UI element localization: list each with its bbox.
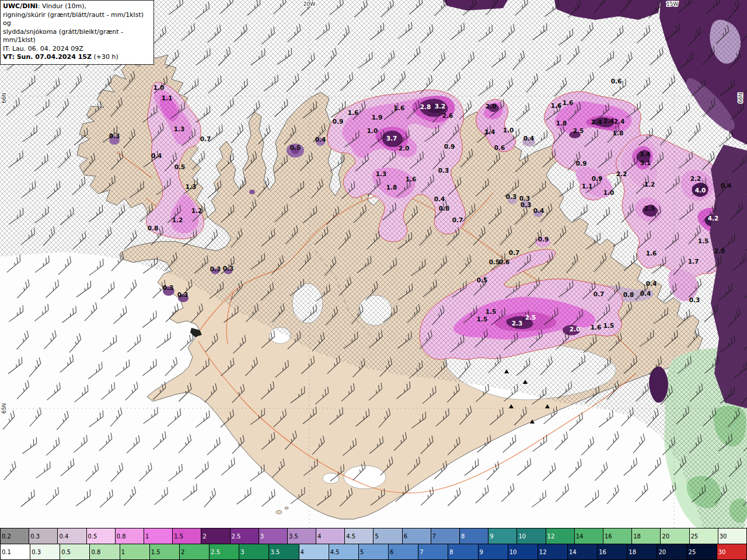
legend-cell-rain-scale-2: 2 bbox=[180, 544, 210, 560]
legend-cell-sleet-snow-scale-30: 30 bbox=[718, 528, 747, 544]
precip-value-label: 0.4 bbox=[533, 207, 544, 214]
precip-value-label: 1.5 bbox=[603, 322, 615, 329]
grid-label: 65N bbox=[1, 403, 7, 414]
precip-value-label: 0.3 bbox=[163, 284, 174, 291]
precip-value-label: 0.3 bbox=[438, 167, 449, 174]
legend-cell-rain-scale-8: 8 bbox=[448, 544, 478, 560]
precip-value-label: 4.2 bbox=[708, 215, 719, 222]
precip-value-label: 0.6 bbox=[494, 144, 505, 151]
precip-value-label: 2.3 bbox=[512, 320, 523, 327]
precip-value-label: 0.5 bbox=[174, 163, 186, 170]
precip-value-label: 0.3 bbox=[521, 201, 532, 208]
precip-value-label: 1.2 bbox=[172, 216, 183, 223]
legend-cell-rain-scale-4: 4 bbox=[299, 544, 329, 560]
precip-value-label: 3.4 bbox=[640, 150, 651, 158]
precip-value-label: 1.3 bbox=[186, 183, 197, 190]
legend-cell-rain-scale-0.3: 0.3 bbox=[30, 544, 60, 560]
precip-value-label: 1.9 bbox=[372, 114, 383, 121]
legend-cell-rain-scale-16: 16 bbox=[598, 544, 627, 560]
precip-value-label: 2.5 bbox=[644, 205, 655, 212]
precip-value-label: 0.4 bbox=[646, 280, 657, 287]
precip-value-label: 2.0 bbox=[399, 145, 410, 152]
precip-value-label: 0.6 bbox=[611, 78, 622, 85]
precip-value-label: 1.8 bbox=[556, 120, 567, 127]
precip-value-label: 0.3 bbox=[109, 132, 120, 139]
precip-value-label: 0.8 bbox=[148, 225, 159, 232]
precip-value-label: 0.7 bbox=[594, 290, 605, 298]
precip-value-label: 0.3 bbox=[177, 291, 189, 298]
precip-value-label: 0.7 bbox=[509, 249, 520, 256]
precip-value-label: 1.2 bbox=[644, 181, 655, 188]
legend-cell-rain-scale-12: 12 bbox=[538, 544, 568, 560]
grid-label: 20W bbox=[303, 1, 315, 7]
info-line-rain: rigning/skúrir (grænt/blátt/rautt - mm/1… bbox=[3, 11, 150, 28]
precip-value-label: 1.0 bbox=[603, 189, 615, 196]
precip-value-label: 0.9 bbox=[576, 160, 587, 167]
precip-value-label: 2.0 bbox=[570, 326, 581, 332]
legend-cell-sleet-snow-scale-0.2: 0.2 bbox=[0, 528, 29, 544]
precip-value-label: 4.0 bbox=[695, 187, 706, 194]
precip-value-label: 0.8 bbox=[623, 291, 634, 298]
precip-value-label: 2.4 bbox=[591, 118, 602, 125]
legend-cell-rain-scale-0.8: 0.8 bbox=[90, 544, 120, 560]
precip-value-label: 0.7 bbox=[452, 216, 463, 223]
precip-value-label: 0.5 bbox=[477, 276, 488, 284]
precip-value-label: 1.6 bbox=[563, 99, 574, 106]
precip-value-label: 0.4 bbox=[151, 152, 162, 159]
precip-value-label: 1.6 bbox=[646, 250, 657, 257]
legend-cell-rain-scale-1: 1 bbox=[120, 544, 150, 560]
legend-cell-sleet-snow-scale-4.5: 4.5 bbox=[345, 528, 374, 544]
grid-label: 15W bbox=[666, 1, 678, 7]
legend-cell-rain-scale-9: 9 bbox=[479, 544, 508, 560]
precip-value-label: 0.4 bbox=[523, 135, 535, 142]
precip-value-label: 0.9 bbox=[538, 236, 549, 243]
precip-value-label: 0.4 bbox=[721, 182, 732, 189]
precip-value-label: 0.3 bbox=[506, 193, 517, 200]
precip-value-label: 0.9 bbox=[592, 175, 603, 182]
legend-cell-rain-scale-4.5: 4.5 bbox=[329, 544, 359, 560]
precip-value-label: 0.9 bbox=[444, 143, 455, 150]
precip-value-label: 3.1 bbox=[640, 159, 651, 166]
precip-value-label: 0.3 bbox=[223, 265, 234, 272]
legend-cell-sleet-snow-scale-1: 1 bbox=[144, 528, 173, 544]
precip-value-label: 0.4 bbox=[315, 136, 326, 143]
info-line-snow: slydda/snjókoma (grátt/bleikt/grænt - mm… bbox=[3, 28, 150, 45]
precip-value-label: 2.0 bbox=[486, 103, 497, 110]
legend-cell-sleet-snow-scale-1.5: 1.5 bbox=[173, 528, 201, 544]
precip-value-label: 2.5 bbox=[525, 314, 536, 321]
legend-cell-rain-scale-5: 5 bbox=[359, 544, 389, 560]
legend-cell-rain-scale-0.1: 0.1 bbox=[0, 544, 30, 560]
legend-cell-sleet-snow-scale-8: 8 bbox=[460, 528, 488, 544]
weather-map: 1.01.11.30.70.40.51.31.21.20.80.30.50.40… bbox=[0, 0, 747, 528]
legend-cell-sleet-snow-scale-25: 25 bbox=[690, 528, 718, 544]
precip-value-label: 1.0 bbox=[367, 127, 378, 134]
precip-value-label: 0.3 bbox=[210, 265, 221, 272]
precip-value-label: 1.1 bbox=[162, 94, 173, 102]
precip-value-label: 1.6 bbox=[406, 176, 417, 183]
precip-value-label: 1.5 bbox=[698, 237, 709, 244]
precip-value-label: 1.5 bbox=[486, 308, 497, 315]
precip-value-label: 1.3 bbox=[174, 125, 185, 132]
precip-value-label: 1.4 bbox=[484, 128, 495, 135]
precip-value-label: 3.2 bbox=[435, 103, 446, 110]
precip-value-label: 1.8 bbox=[386, 184, 397, 191]
info-line-model: UWC/DINI: Vindur (10m), bbox=[3, 2, 150, 11]
model-name: UWC/DINI bbox=[3, 2, 38, 10]
legend-cell-rain-scale-14: 14 bbox=[568, 544, 598, 560]
precip-value-label: 0.7 bbox=[200, 135, 211, 142]
legend-cell-sleet-snow-scale-20: 20 bbox=[661, 528, 689, 544]
legend-cell-rain-scale-10: 10 bbox=[508, 544, 538, 560]
legend-cell-rain-scale-6: 6 bbox=[389, 544, 418, 560]
legend-cell-sleet-snow-scale-2.5: 2.5 bbox=[231, 528, 259, 544]
precip-value-label: 3.7 bbox=[386, 135, 397, 142]
legend-cell-rain-scale-3.5: 3.5 bbox=[269, 544, 299, 560]
legend-cell-rain-scale-0.5: 0.5 bbox=[60, 544, 90, 560]
precip-value-label: 1.6 bbox=[394, 104, 405, 111]
precip-value-label: 2.4 bbox=[614, 118, 625, 125]
precip-value-label: 0.9 bbox=[333, 118, 344, 125]
precip-value-label: 1.0 bbox=[153, 84, 165, 91]
forecast-info-box: UWC/DINI: Vindur (10m), rigning/skúrir (… bbox=[0, 0, 154, 65]
precip-value-label: 2.6 bbox=[442, 112, 453, 119]
grid-label: 66N bbox=[738, 93, 743, 103]
legend-row-rain: 0.10.30.50.811.522.533.544.5567891012141… bbox=[0, 544, 747, 560]
